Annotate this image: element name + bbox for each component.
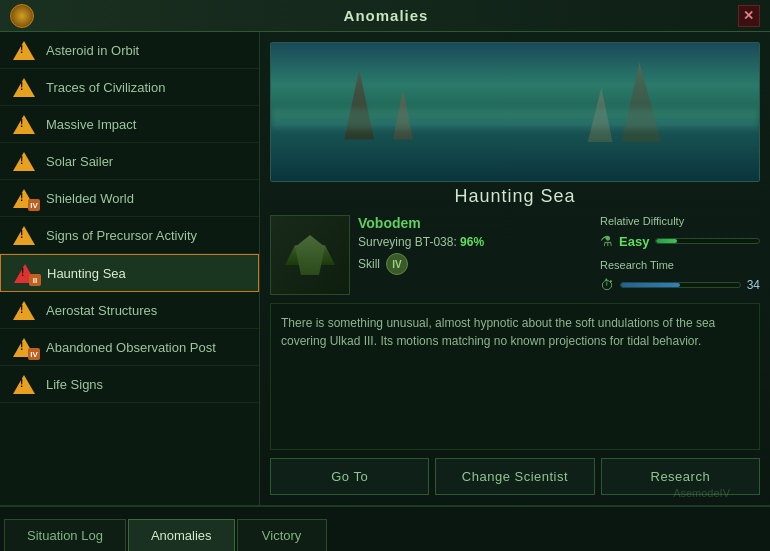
warn-icon-shielded: IV <box>10 187 38 209</box>
research-time-label: Research Time <box>600 259 760 271</box>
research-time-bar <box>620 282 741 288</box>
research-time-icon: ⏱ <box>600 277 614 293</box>
sidebar-item-abandoned[interactable]: IV Abandoned Observation Post <box>0 329 259 366</box>
sidebar-item-traces[interactable]: Traces of Civilization <box>0 69 259 106</box>
tab-situation-log[interactable]: Situation Log <box>4 519 126 551</box>
sidebar-label: Aerostat Structures <box>46 303 157 318</box>
header: Anomalies ✕ <box>0 0 770 32</box>
badge-haunting: II <box>29 274 41 286</box>
scientist-name: Vobodem <box>358 215 592 231</box>
difficulty-icon: ⚗ <box>600 233 613 249</box>
sidebar-item-shielded-world[interactable]: IV Shielded World <box>0 180 259 217</box>
sidebar-item-haunting-sea[interactable]: II Haunting Sea <box>0 254 259 292</box>
skill-row: Skill IV <box>358 253 592 275</box>
sidebar-item-aerostat[interactable]: Aerostat Structures <box>0 292 259 329</box>
logo <box>10 4 34 28</box>
survey-row: Surveying BT-038: 96% <box>358 235 592 249</box>
difficulty-bar <box>655 238 760 244</box>
difficulty-value: Easy <box>619 234 649 249</box>
sidebar-label: Massive Impact <box>46 117 136 132</box>
sidebar-item-solar-sailer[interactable]: Solar Sailer <box>0 143 259 180</box>
warn-icon-haunting: II <box>11 262 39 284</box>
sidebar-label: Abandoned Observation Post <box>46 340 216 355</box>
sidebar-label: Signs of Precursor Activity <box>46 228 197 243</box>
warn-icon-signs <box>10 224 38 246</box>
warn-icon-solar <box>10 150 38 172</box>
warn-icon-life <box>10 373 38 395</box>
research-time-bar-fill <box>621 283 680 287</box>
research-time-row: ⏱ 34 <box>600 277 760 293</box>
action-buttons: Go To Change Scientist Research <box>270 458 760 495</box>
panel-title: Anomalies <box>344 7 429 24</box>
difficulty-row: ⚗ Easy <box>600 233 760 249</box>
sidebar-label: Life Signs <box>46 377 103 392</box>
main-panel: Anomalies ✕ Asteroid in Orbit Traces of … <box>0 0 770 551</box>
change-scientist-button[interactable]: Change Scientist <box>435 458 594 495</box>
scientist-info: Vobodem Surveying BT-038: 96% Skill IV <box>358 215 592 295</box>
badge-shielded: IV <box>28 199 40 211</box>
sidebar-label: Traces of Civilization <box>46 80 165 95</box>
goto-button[interactable]: Go To <box>270 458 429 495</box>
difficulty-label: Relative Difficulty <box>600 215 760 227</box>
warn-icon-aerostat <box>10 299 38 321</box>
body: Asteroid in Orbit Traces of Civilization… <box>0 32 770 505</box>
skill-badge: IV <box>386 253 408 275</box>
sidebar-label: Solar Sailer <box>46 154 113 169</box>
ship-body <box>295 235 325 275</box>
planet-image <box>270 42 760 182</box>
badge-abandoned: IV <box>28 348 40 360</box>
sidebar-item-signs-precursor[interactable]: Signs of Precursor Activity <box>0 217 259 254</box>
anomaly-description: There is something unusual, almost hypno… <box>270 303 760 450</box>
sidebar: Asteroid in Orbit Traces of Civilization… <box>0 32 260 505</box>
warn-icon-traces <box>10 76 38 98</box>
bottom-tabs: Situation Log Anomalies Victory <box>0 505 770 551</box>
anomaly-title: Haunting Sea <box>270 186 760 207</box>
ship-graphic <box>280 225 340 285</box>
sidebar-label: Haunting Sea <box>47 266 126 281</box>
close-button[interactable]: ✕ <box>738 5 760 27</box>
sidebar-item-massive-impact[interactable]: Massive Impact <box>0 106 259 143</box>
warn-icon-massive <box>10 113 38 135</box>
tab-victory[interactable]: Victory <box>237 519 327 551</box>
sidebar-item-life-signs[interactable]: Life Signs <box>0 366 259 403</box>
info-row: Vobodem Surveying BT-038: 96% Skill IV R… <box>270 215 760 295</box>
sidebar-label: Asteroid in Orbit <box>46 43 139 58</box>
research-button[interactable]: Research <box>601 458 760 495</box>
research-time-value: 34 <box>747 278 760 292</box>
warn-icon-asteroid <box>10 39 38 61</box>
warn-icon-abandoned: IV <box>10 336 38 358</box>
skill-label: Skill <box>358 257 380 271</box>
surveying-code: BT-038: <box>415 235 457 249</box>
tab-anomalies[interactable]: Anomalies <box>128 519 235 551</box>
sidebar-label: Shielded World <box>46 191 134 206</box>
surveying-label: Surveying <box>358 235 411 249</box>
sidebar-item-asteroid-in-orbit[interactable]: Asteroid in Orbit <box>0 32 259 69</box>
survey-percent: 96% <box>460 235 484 249</box>
difficulty-bar-fill <box>656 239 677 243</box>
ship-thumbnail <box>270 215 350 295</box>
content-area: Haunting Sea Vobodem Surveying BT-038: <box>260 32 770 505</box>
difficulty-panel: Relative Difficulty ⚗ Easy Research Time… <box>600 215 760 295</box>
mist <box>271 109 759 129</box>
